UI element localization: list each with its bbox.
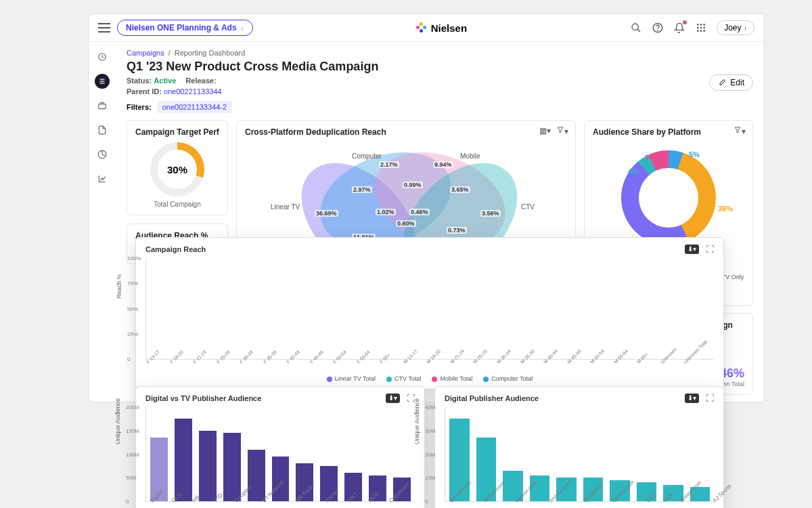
- svg-point-9: [703, 27, 705, 29]
- menu-icon[interactable]: [98, 23, 110, 33]
- edit-label: Edit: [730, 78, 744, 87]
- expand-icon[interactable]: ⛶: [706, 245, 714, 254]
- reach-x-axis: F 13-17F 18-20F 21-24F 25-29F 30-34F 35-…: [145, 361, 714, 366]
- crumb-campaigns[interactable]: Campaigns: [127, 49, 164, 57]
- svg-point-5: [700, 24, 702, 26]
- svg-point-6: [703, 24, 705, 26]
- svg-point-12: [703, 30, 705, 32]
- product-switcher[interactable]: Nielsen ONE Planning & Ads ↓: [117, 20, 253, 36]
- user-menu[interactable]: Joey ↓: [717, 20, 754, 35]
- search-icon[interactable]: [630, 22, 642, 34]
- panel-title: Campaign Reach: [145, 245, 206, 253]
- filters-row: Filters: one00221133344-2: [127, 101, 753, 113]
- brand-name: Nielsen: [431, 22, 467, 34]
- campaign-reach-panel: Campaign Reach ⬇▾ ⛶ Reach % 025%50%75%10…: [135, 237, 724, 389]
- rail-list-icon[interactable]: [95, 74, 110, 89]
- digital-pub-chart: Unique Audience 010M20M30M40M: [445, 407, 714, 502]
- svg-line-1: [637, 29, 640, 32]
- parent-id: one00221133344: [164, 87, 222, 96]
- chevron-down-icon: ↓: [744, 24, 748, 31]
- topbar-right: Joey ↓: [630, 20, 754, 35]
- rail-pie-icon[interactable]: [95, 147, 110, 162]
- page-title: Q1 '23 New Product Cross Media Campaign: [127, 60, 753, 74]
- svg-point-4: [697, 24, 699, 26]
- meta-row: Status: Active Release:: [127, 77, 753, 85]
- status-badge: Active: [154, 77, 176, 85]
- download-icon[interactable]: ⬇▾: [685, 394, 699, 403]
- svg-point-11: [700, 30, 702, 32]
- svg-point-10: [697, 30, 699, 32]
- help-icon[interactable]: [652, 22, 664, 34]
- target-perf-donut: 30%: [150, 142, 204, 196]
- brand-dots-icon: [416, 22, 427, 33]
- card-title: Campaign Target Perf: [135, 127, 219, 137]
- edit-button[interactable]: Edit: [709, 75, 753, 91]
- reach-legend: Linear TV Total CTV Total Mobile Total C…: [145, 375, 714, 382]
- chevron-down-icon: ↓: [241, 24, 244, 32]
- bar: [175, 419, 192, 501]
- product-name: Nielsen ONE Planning & Ads: [126, 23, 237, 33]
- expand-icon[interactable]: ⛶: [706, 394, 714, 403]
- rail-chart-icon[interactable]: [95, 171, 110, 186]
- svg-rect-17: [99, 104, 106, 109]
- crumb-dashboard: Reporting Dashboard: [175, 49, 246, 57]
- svg-point-7: [697, 27, 699, 29]
- view-options-icon[interactable]: ▦▾: [539, 126, 551, 136]
- download-icon[interactable]: ⬇▾: [685, 245, 699, 254]
- filter-icon[interactable]: ▾: [734, 126, 746, 136]
- filter-icon[interactable]: ▾: [556, 126, 568, 136]
- filter-chip[interactable]: one00221133344-2: [157, 101, 232, 113]
- brand-logo: Nielsen: [416, 22, 467, 34]
- rail-doc-icon[interactable]: [95, 123, 110, 137]
- digital-vs-tv-panel: Digital vs TV Publisher Audience ⬇▾ ⛶ Un…: [135, 386, 425, 508]
- apps-grid-icon[interactable]: [695, 22, 707, 34]
- digital-pub-panel: Digital Publisher Audience ⬇▾ ⛶ Unique A…: [434, 386, 724, 508]
- breadcrumb: Campaigns / Reporting Dashboard: [127, 49, 753, 57]
- rail-clock-icon[interactable]: [95, 49, 110, 64]
- bar: [248, 450, 265, 501]
- target-perf-card: Campaign Target Perf 30% Total Campaign: [127, 120, 228, 215]
- rail-briefcase-icon[interactable]: [95, 98, 110, 113]
- svg-point-8: [700, 27, 702, 29]
- svg-point-3: [658, 30, 658, 31]
- target-perf-value: 30%: [158, 150, 197, 189]
- svg-point-0: [632, 24, 638, 30]
- user-name: Joey: [724, 23, 741, 33]
- topbar: Nielsen ONE Planning & Ads ↓ Nielsen Joe…: [89, 14, 764, 42]
- download-icon[interactable]: ⬇▾: [386, 394, 400, 403]
- notifications-icon[interactable]: [673, 22, 685, 34]
- left-rail: [89, 43, 116, 186]
